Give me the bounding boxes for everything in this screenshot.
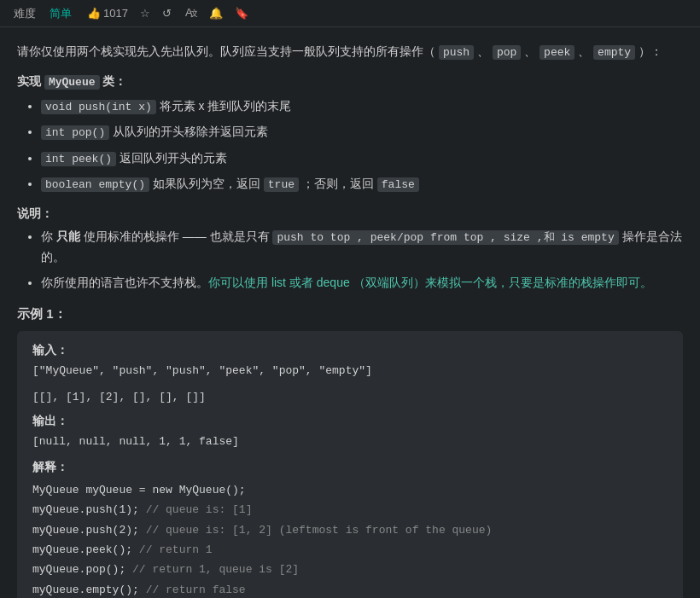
exp-line-1: MyQueue myQueue = new MyQueue(); — [32, 480, 668, 500]
desc-end: ）： — [639, 44, 662, 58]
star-button[interactable]: ☆ — [140, 7, 150, 20]
svg-text:文: 文 — [190, 9, 197, 18]
op-push: push — [439, 45, 474, 60]
translate-button[interactable]: A 文 — [184, 5, 197, 21]
bookmark-icon: 🔖 — [235, 7, 248, 20]
example-box: 输入： ["MyQueue", "push", "push", "peek", … — [17, 331, 683, 598]
sep1: 、 — [477, 44, 489, 58]
like-icon: 👍 — [87, 7, 101, 20]
peek-signature: int peek() — [41, 152, 116, 166]
push-desc: 将元素 x 推到队列的末尾 — [160, 99, 292, 113]
sep3: 、 — [578, 44, 590, 58]
note1-prefix: 你 只能 使用标准的栈操作 —— 也就是只有 — [41, 229, 272, 243]
top-bar-icons: 👍 1017 ☆ ↺ A 文 🔔 🔖 — [87, 5, 248, 21]
pop-desc: 从队列的开头移除并返回元素 — [113, 125, 268, 138]
op-peek: peek — [540, 45, 575, 60]
bell-button[interactable]: 🔔 — [209, 7, 223, 20]
bookmark-button[interactable]: 🔖 — [235, 7, 248, 20]
desc-text: 请你仅使用两个栈实现先入先出队列。队列应当支持一般队列支持的所有操作（ — [17, 44, 435, 58]
note-section: 说明： 你 只能 使用标准的栈操作 —— 也就是只有 push to top ,… — [17, 206, 683, 293]
note-title: 说明： — [17, 206, 683, 222]
example-title: 示例 1： — [17, 306, 683, 322]
op-empty: empty — [593, 45, 635, 60]
problem-description: 请你仅使用两个栈实现先入先出队列。队列应当支持一般队列支持的所有操作（ push… — [17, 41, 683, 62]
input-label: 输入： — [32, 343, 668, 358]
empty-sep: ；否则，返回 — [302, 177, 377, 190]
method-empty: boolean empty() 如果队列为空，返回 true ；否则，返回 fa… — [41, 174, 683, 194]
empty-desc: 如果队列为空，返回 — [153, 177, 264, 190]
difficulty-label: 难度 — [14, 6, 36, 21]
method-list: void push(int x) 将元素 x 推到队列的末尾 int pop()… — [41, 96, 683, 194]
method-push: void push(int x) 将元素 x 推到队列的末尾 — [41, 96, 683, 117]
difficulty-value[interactable]: 简单 — [50, 6, 72, 21]
sep2: 、 — [524, 44, 536, 58]
push-signature: void push(int x) — [41, 100, 156, 114]
exp-line-5: myQueue.pop(); // return 1, queue is [2] — [32, 560, 668, 579]
pop-signature: int pop() — [41, 125, 109, 140]
like-count: 1017 — [103, 7, 128, 20]
false-val: false — [377, 177, 419, 192]
implement-label: 实现 MyQueue 类： — [17, 74, 683, 90]
note-2: 你所使用的语言也许不支持栈。你可以使用 list 或者 deque （双端队列）… — [41, 273, 683, 293]
exp-line-3: myQueue.push(2); // queue is: [1, 2] (le… — [32, 520, 668, 540]
op-pop: pop — [493, 45, 521, 60]
output-label: 输出： — [32, 414, 668, 429]
note1-ops: push to top , peek/pop from top , size ,… — [272, 230, 618, 245]
class-name: MyQueue — [44, 75, 100, 90]
translate-icon: A 文 — [184, 5, 197, 21]
star-icon: ☆ — [140, 7, 150, 20]
like-button[interactable]: 👍 1017 — [87, 7, 128, 20]
input-line2: [[], [1], [2], [], [], []] — [32, 388, 668, 407]
input-line1: ["MyQueue", "push", "push", "peek", "pop… — [32, 362, 668, 380]
exp-line-4: myQueue.peek(); // return 1 — [32, 540, 668, 560]
bell-icon: 🔔 — [209, 7, 223, 20]
refresh-button[interactable]: ↺ — [162, 7, 172, 20]
refresh-icon: ↺ — [162, 7, 172, 20]
empty-signature: boolean empty() — [41, 177, 149, 192]
peek-desc: 返回队列开头的元素 — [120, 151, 227, 165]
note2-text: 你所使用的语言也许不支持栈。你可以使用 list 或者 deque （双端队列）… — [41, 276, 652, 289]
true-val: true — [264, 177, 299, 192]
content-area: 请你仅使用两个栈实现先入先出队列。队列应当支持一般队列支持的所有操作（ push… — [0, 27, 700, 598]
exp-line-2: myQueue.push(1); // queue is: [1] — [32, 500, 668, 520]
method-peek: int peek() 返回队列开头的元素 — [41, 148, 683, 169]
explanation-label: 解释： — [32, 460, 668, 475]
top-bar: 难度 简单 👍 1017 ☆ ↺ A 文 🔔 🔖 — [0, 0, 700, 27]
method-pop: int pop() 从队列的开头移除并返回元素 — [41, 122, 683, 142]
exp-line-6: myQueue.empty(); // return false — [32, 580, 668, 598]
output-value: [null, null, null, 1, 1, false] — [32, 433, 668, 451]
note-1: 你 只能 使用标准的栈操作 —— 也就是只有 push to top , pee… — [41, 227, 683, 268]
explanation-code: MyQueue myQueue = new MyQueue(); myQueue… — [32, 480, 668, 598]
note-list: 你 只能 使用标准的栈操作 —— 也就是只有 push to top , pee… — [41, 227, 683, 293]
